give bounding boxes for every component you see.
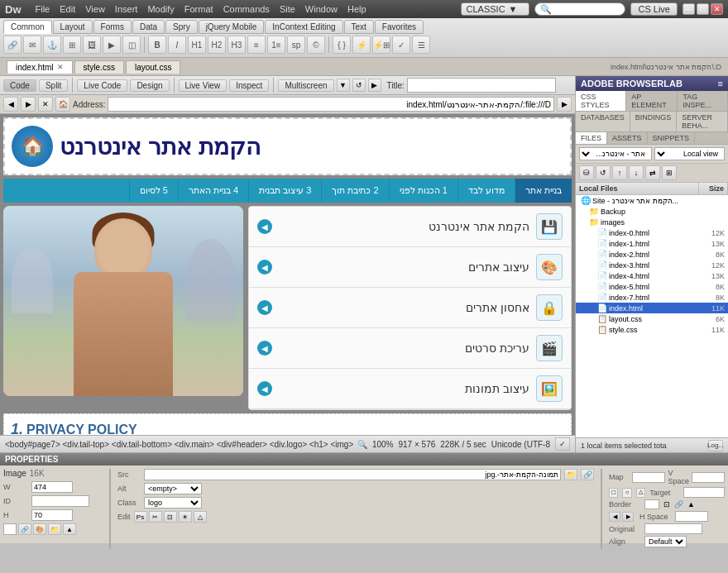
file-item-11[interactable]: 📋layout.css6K — [576, 313, 728, 324]
service-arrow-2[interactable]: ◀ — [257, 300, 272, 315]
prop-edit-bright-icon[interactable]: ☀ — [179, 511, 192, 523]
prop-class-dropdown[interactable]: logo — [144, 497, 202, 509]
scroll-left[interactable]: ◀ — [609, 512, 620, 522]
file-item-7[interactable]: 📄index-4.html13K — [576, 270, 728, 281]
tool-widget[interactable]: ☰ — [412, 36, 430, 54]
tool-bold[interactable]: B — [148, 36, 166, 54]
service-item-3[interactable]: 🎬 עריכת סרטים ◀ — [249, 328, 571, 369]
service-item-1[interactable]: 🎨 עיצוב אתרים ◀ — [249, 247, 571, 288]
tool-validate[interactable]: ✓ — [392, 36, 410, 54]
prop-border-tool1[interactable]: ⊡ — [663, 500, 670, 509]
doc-tab-stylecss[interactable]: style.css — [74, 60, 124, 74]
prop-link-icon[interactable]: 🔗 — [18, 523, 31, 535]
prop-edit-resample-icon[interactable]: ⊡ — [164, 511, 177, 523]
prop-hspace-input[interactable] — [675, 511, 708, 522]
files-tab-files[interactable]: FILES — [576, 132, 607, 144]
tool-anchor[interactable]: ⚓ — [43, 36, 61, 54]
file-item-10[interactable]: 📄index.html11K — [576, 303, 728, 313]
src-browse-icon[interactable]: 📁 — [564, 469, 577, 480]
tool-hyperlink[interactable]: 🔗 — [3, 36, 22, 54]
tool-h2[interactable]: H2 — [208, 36, 226, 54]
menu-edit[interactable]: Edit — [55, 2, 79, 16]
tool-spry-table[interactable]: ⚡⊞ — [372, 36, 390, 54]
prop-w-input[interactable] — [31, 481, 73, 493]
panel-tab-cssstyles[interactable]: CSS STYLES — [576, 91, 626, 111]
tool-snippet[interactable]: { } — [333, 36, 351, 54]
service-arrow-4[interactable]: ◀ — [257, 381, 272, 396]
file-item-4[interactable]: 📄index-1.html13K — [576, 238, 728, 249]
panel-options-icon[interactable]: ≡ — [718, 79, 723, 88]
file-item-0[interactable]: 🌐Site - הקמת אתר אינטרנ... — [576, 195, 728, 206]
stop-button[interactable]: ✕ — [38, 97, 53, 112]
view-dropdown[interactable]: Local view — [654, 147, 725, 160]
service-arrow-0[interactable]: ◀ — [257, 219, 272, 234]
nav-item-1[interactable]: מדוע לבד — [457, 179, 515, 203]
toolbar-tab-common[interactable]: Common — [3, 20, 52, 34]
nav-item-6[interactable]: 5 לסיום — [129, 179, 178, 203]
toolbar-tab-jquerymobile[interactable]: jQuery Mobile — [199, 20, 265, 34]
menu-site[interactable]: Site — [275, 2, 299, 16]
nav-item-2[interactable]: 1 הכנות לפני — [389, 179, 457, 203]
nav-item-0[interactable]: בניית אתר — [515, 179, 572, 203]
cs-live-button[interactable]: CS Live — [630, 2, 678, 16]
view-inspect-button[interactable]: Inspect — [229, 79, 269, 92]
src-link-icon[interactable]: 🔗 — [581, 469, 594, 480]
menu-file[interactable]: File — [31, 2, 55, 16]
files-refresh-btn[interactable]: ↺ — [596, 165, 611, 180]
tool-h1[interactable]: H1 — [188, 36, 206, 54]
prop-rect-icon[interactable]: □ — [609, 488, 618, 498]
tool-span[interactable]: sp — [287, 36, 305, 54]
multiscreen-dropdown-icon[interactable]: ▼ — [337, 79, 350, 92]
panel-sub-tab-serverbeh[interactable]: SERVER BEHA... — [677, 112, 728, 131]
toolbar-tab-spry[interactable]: Spry — [165, 20, 198, 34]
tool-h3[interactable]: H3 — [228, 36, 246, 54]
address-input[interactable] — [108, 97, 554, 112]
refresh-icon[interactable]: ↺ — [352, 79, 366, 92]
maximize-button[interactable]: □ — [697, 3, 709, 15]
toolbar-tab-data[interactable]: Data — [132, 20, 165, 34]
files-tab-snippets[interactable]: SNIPPETS — [648, 132, 696, 144]
minimize-button[interactable]: ─ — [682, 3, 695, 15]
prop-edit-sharpen-icon[interactable]: △ — [194, 511, 207, 523]
prop-id-input[interactable] — [31, 495, 89, 507]
title-input[interactable] — [407, 78, 556, 93]
panel-sub-tab-bindings[interactable]: BINDINGS — [630, 112, 678, 131]
file-item-8[interactable]: 📄index-5.html8K — [576, 281, 728, 292]
tool-email[interactable]: ✉ — [23, 36, 41, 54]
files-download-btn[interactable]: ↓ — [629, 165, 644, 180]
files-tab-assets[interactable]: ASSETS — [607, 132, 648, 144]
file-item-2[interactable]: 📁images — [576, 217, 728, 227]
prop-src-input[interactable] — [144, 469, 561, 480]
prop-target-input[interactable] — [683, 487, 725, 498]
view-liveview-button[interactable]: Live View — [179, 79, 228, 92]
service-item-2[interactable]: 🔒 אחסון אתרים ◀ — [249, 288, 571, 328]
panel-tab-taginspector[interactable]: TAG INSPE... — [678, 91, 728, 111]
prop-browse-icon[interactable]: 📁 — [48, 523, 61, 535]
files-tree[interactable]: 🌐Site - הקמת אתר אינטרנ...📁Backup📁images… — [576, 195, 728, 437]
home-button[interactable]: 🏠 — [55, 97, 70, 112]
prop-edit-crop-icon[interactable]: ✂ — [149, 511, 162, 523]
prop-border-tool2[interactable]: 🔗 — [674, 500, 683, 509]
files-expand-btn[interactable]: ⊞ — [662, 165, 677, 180]
file-item-5[interactable]: 📄index-2.html8K — [576, 249, 728, 260]
doc-tab-indexhtml[interactable]: index.html ✕ — [7, 60, 73, 74]
site-dropdown[interactable]: אתר - אינטרנ... — [579, 147, 652, 160]
prop-original-input[interactable] — [644, 523, 702, 534]
files-sync-btn[interactable]: ⇄ — [645, 165, 660, 180]
nav-item-4[interactable]: 3 עיצוב תבנית — [248, 179, 321, 203]
close-tab-icon[interactable]: ✕ — [57, 63, 64, 71]
file-item-9[interactable]: 📄index-7.html8K — [576, 292, 728, 303]
view-design-button[interactable]: Design — [130, 79, 169, 92]
nav-item-5[interactable]: 4 בניית האתר — [178, 179, 248, 203]
preview-icon[interactable]: ▶ — [368, 79, 381, 92]
tool-char[interactable]: © — [307, 36, 325, 54]
nav-item-3[interactable]: 2 כתיבת תוך — [321, 179, 388, 203]
view-multiscreen-button[interactable]: Multiscreen — [278, 79, 333, 92]
files-connect-btn[interactable]: ⛁ — [579, 165, 594, 180]
tool-italic[interactable]: I — [168, 36, 186, 54]
prop-color-icon[interactable]: 🎨 — [33, 523, 46, 535]
toolbar-tab-layout[interactable]: Layout — [53, 20, 93, 34]
tool-table[interactable]: ⊞ — [63, 36, 81, 54]
prop-border-tool3[interactable]: ▲ — [687, 500, 695, 509]
panel-tab-apelement[interactable]: AP ELEMENT — [626, 91, 678, 111]
